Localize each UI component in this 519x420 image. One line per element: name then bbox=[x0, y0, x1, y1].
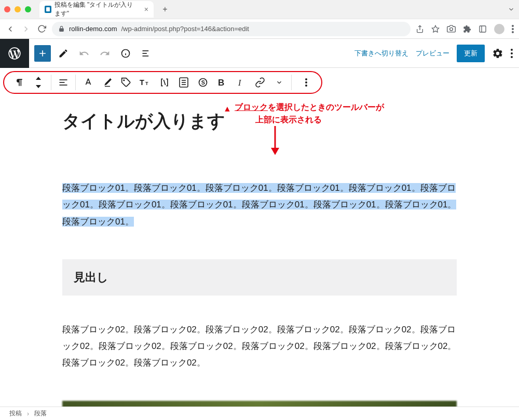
window-minimize-button[interactable] bbox=[15, 6, 21, 12]
edit-mode-button[interactable] bbox=[55, 45, 72, 62]
annotation-arrow-icon bbox=[270, 126, 280, 155]
tabs-overflow-icon[interactable] bbox=[508, 6, 515, 13]
italic-icon[interactable]: I bbox=[232, 73, 250, 92]
update-button[interactable]: 更新 bbox=[457, 45, 485, 62]
more-formatting-icon[interactable] bbox=[270, 73, 289, 92]
svg-rect-11 bbox=[143, 50, 149, 51]
browser-toolbar-right bbox=[416, 24, 514, 34]
svg-text:I: I bbox=[238, 78, 241, 87]
bold-icon[interactable]: B bbox=[213, 73, 231, 92]
editor-top-bar: 下書きへ切り替え プレビュー 更新 bbox=[0, 39, 519, 68]
svg-rect-12 bbox=[143, 53, 147, 54]
svg-point-5 bbox=[512, 25, 514, 27]
back-button[interactable] bbox=[5, 24, 16, 34]
switch-to-draft-button[interactable]: 下書きへ切り替え bbox=[354, 49, 408, 58]
block-type-paragraph-icon[interactable] bbox=[10, 73, 29, 92]
highlight-icon[interactable] bbox=[98, 73, 116, 92]
svg-point-16 bbox=[511, 56, 513, 58]
block-breadcrumb: 投稿 › 段落 bbox=[0, 407, 519, 420]
breadcrumb-root[interactable]: 投稿 bbox=[9, 409, 22, 418]
block-toolbar: TT S B I bbox=[3, 71, 322, 94]
browser-tab[interactable]: 投稿を編集 "タイトルが入ります" × bbox=[39, 1, 154, 18]
undo-button[interactable] bbox=[76, 45, 92, 62]
browser-nav-bar: rollin-demo.com/wp-admin/post.php?post=1… bbox=[0, 19, 519, 38]
align-icon[interactable] bbox=[54, 73, 73, 92]
new-tab-button[interactable]: + bbox=[158, 2, 172, 17]
toolbar-separator bbox=[51, 75, 51, 90]
svg-point-14 bbox=[511, 49, 513, 51]
wordpress-logo-button[interactable] bbox=[0, 39, 29, 68]
tab-close-icon[interactable]: × bbox=[144, 5, 148, 13]
svg-line-25 bbox=[163, 80, 165, 85]
svg-rect-13 bbox=[143, 55, 149, 57]
svg-rect-20 bbox=[60, 82, 65, 83]
breadcrumb-separator-icon: › bbox=[27, 410, 29, 417]
toolbar-separator bbox=[291, 75, 292, 90]
forward-button[interactable] bbox=[21, 24, 31, 34]
svg-marker-1 bbox=[432, 25, 439, 32]
annotation-keyword: ブロック bbox=[235, 103, 268, 111]
add-block-button[interactable] bbox=[34, 45, 51, 62]
star-icon[interactable] bbox=[431, 25, 440, 33]
tab-title: 投稿を編集 "タイトルが入ります" bbox=[54, 1, 139, 18]
preview-button[interactable]: プレビュー bbox=[416, 49, 449, 58]
svg-marker-38 bbox=[271, 148, 279, 155]
redo-button[interactable] bbox=[97, 45, 113, 62]
list-view-button[interactable] bbox=[138, 45, 155, 62]
text-color-icon[interactable] bbox=[79, 73, 97, 92]
svg-text:S: S bbox=[201, 79, 204, 86]
font-size-icon[interactable]: TT bbox=[136, 73, 155, 92]
url-path: /wp-admin/post.php?post=146&action=edit bbox=[121, 25, 249, 33]
editor-tools-left bbox=[29, 45, 160, 62]
strikethrough-icon[interactable]: S bbox=[194, 73, 212, 92]
reading-list-icon[interactable] bbox=[479, 25, 487, 33]
toolbar-separator bbox=[75, 75, 76, 90]
paragraph-block-1[interactable]: 段落ブロック01。段落ブロック01。段落ブロック01。段落ブロック01。段落ブロ… bbox=[62, 180, 457, 230]
annotation-line1: を選択したときのツールバーが bbox=[268, 103, 384, 111]
extensions-icon[interactable] bbox=[463, 25, 471, 33]
block-more-options-icon[interactable] bbox=[297, 73, 315, 92]
lock-icon bbox=[58, 25, 65, 32]
svg-point-2 bbox=[450, 27, 453, 31]
details-button[interactable] bbox=[117, 45, 134, 62]
svg-point-34 bbox=[305, 78, 307, 80]
breadcrumb-current[interactable]: 段落 bbox=[34, 409, 47, 418]
svg-rect-21 bbox=[60, 85, 67, 86]
svg-point-35 bbox=[305, 81, 307, 83]
paragraph-block-2[interactable]: 段落ブロック02。段落ブロック02。段落ブロック02。段落ブロック02。段落ブロ… bbox=[62, 321, 457, 372]
window-close-button[interactable] bbox=[4, 6, 10, 12]
svg-rect-19 bbox=[60, 79, 67, 80]
annotation-callout: ▲ ブロックを選択したときのツールバーが 上部に表示される bbox=[223, 101, 384, 126]
tag-icon[interactable] bbox=[117, 73, 135, 92]
reload-button[interactable] bbox=[36, 24, 47, 34]
settings-button[interactable] bbox=[492, 48, 503, 59]
window-controls bbox=[4, 6, 31, 12]
outline-icon[interactable] bbox=[174, 73, 193, 92]
camera-icon[interactable] bbox=[447, 24, 456, 33]
svg-point-22 bbox=[124, 80, 125, 81]
profile-avatar-icon[interactable] bbox=[494, 24, 504, 34]
move-updown-icon[interactable] bbox=[30, 73, 48, 92]
svg-marker-17 bbox=[36, 77, 41, 80]
more-options-button[interactable] bbox=[511, 49, 513, 58]
shortcode-icon[interactable] bbox=[156, 73, 174, 92]
address-bar[interactable]: rollin-demo.com/wp-admin/post.php?post=1… bbox=[52, 22, 411, 36]
heading-block[interactable]: 見出し bbox=[62, 259, 457, 296]
svg-text:B: B bbox=[218, 78, 224, 87]
tab-strip: 投稿を編集 "タイトルが入ります" × + bbox=[0, 0, 519, 19]
svg-text:T: T bbox=[145, 81, 148, 87]
editor-tools-right: 下書きへ切り替え プレビュー 更新 bbox=[354, 45, 519, 62]
browser-chrome: 投稿を編集 "タイトルが入ります" × + rollin-demo.com/wp… bbox=[0, 0, 519, 39]
wordpress-favicon-icon bbox=[45, 6, 51, 13]
url-host: rollin-demo.com bbox=[69, 25, 117, 33]
editor-canvas: ▲ ブロックを選択したときのツールバーが 上部に表示される タイトルが入ります … bbox=[0, 97, 519, 420]
svg-point-15 bbox=[511, 52, 513, 54]
svg-rect-3 bbox=[480, 26, 486, 32]
svg-point-6 bbox=[512, 28, 514, 30]
svg-point-36 bbox=[305, 85, 307, 87]
share-icon[interactable] bbox=[416, 25, 424, 33]
link-icon[interactable] bbox=[251, 73, 269, 92]
browser-menu-icon[interactable] bbox=[512, 25, 514, 33]
paragraph-1-text: 段落ブロック01。段落ブロック01。段落ブロック01。段落ブロック01。段落ブロ… bbox=[62, 183, 456, 227]
window-zoom-button[interactable] bbox=[25, 6, 31, 12]
